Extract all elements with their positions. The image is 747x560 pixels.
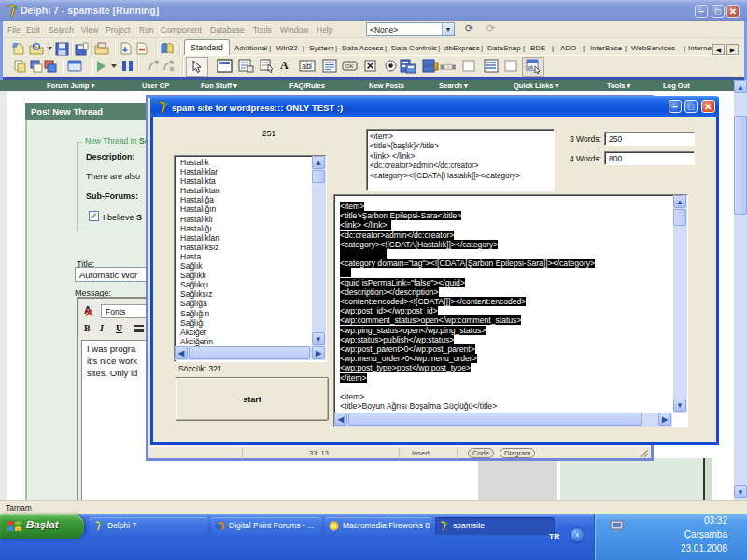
svg-text:OK: OK <box>345 63 354 69</box>
svg-text:ok: ok <box>528 64 534 70</box>
svg-text:ab: ab <box>302 62 311 71</box>
